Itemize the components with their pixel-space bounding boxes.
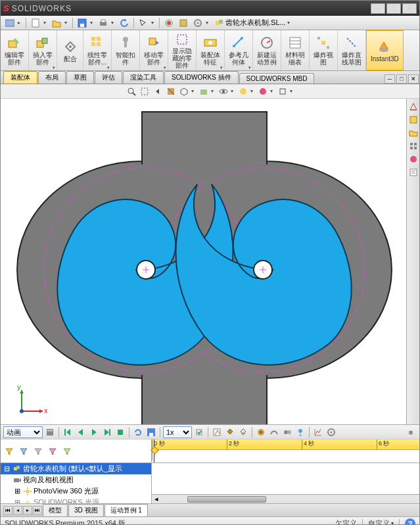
viewport-3d[interactable]: x y (1, 99, 406, 424)
rib-linear-pattern[interactable]: 线性零部件...▾ (83, 30, 112, 70)
plus-icon[interactable]: ⊞ (12, 499, 22, 504)
dropdown-icon[interactable]: ▾ (391, 520, 394, 525)
playhead[interactable] (152, 439, 158, 463)
speed-select[interactable]: 1x (163, 426, 192, 438)
dropdown-icon[interactable]: ▾ (90, 20, 95, 26)
rail-resources-icon[interactable] (408, 101, 419, 112)
tab-addins[interactable]: SOLIDWORKS 插件 (164, 71, 239, 84)
doc-min[interactable]: ─ (385, 74, 395, 84)
rail-design-library-icon[interactable] (408, 114, 419, 125)
go-icon[interactable] (193, 426, 205, 438)
rib-move-component[interactable]: 移动零部件▾ (140, 30, 168, 70)
rib-reference-geom[interactable]: 参考几何体▾ (225, 30, 253, 70)
loop-icon[interactable] (132, 426, 144, 438)
zoom-fit-icon[interactable] (126, 86, 137, 97)
play-fwd-icon[interactable] (101, 426, 113, 438)
tab-model[interactable]: 模型 (43, 504, 68, 517)
tab-motion-study-1[interactable]: 运动算例 1 (105, 504, 148, 517)
tab-3dview[interactable]: 3D 视图 (68, 504, 104, 517)
results-icon[interactable] (312, 426, 324, 438)
rail-appearances-icon[interactable] (408, 154, 419, 164)
rib-insert-component[interactable]: 插入零部件▾ (29, 30, 57, 70)
view-orient-icon[interactable] (178, 86, 190, 97)
filter-results-icon[interactable] (61, 445, 73, 457)
rib-instant3d[interactable]: Instant3D (366, 30, 404, 70)
tab-mbd[interactable]: SOLIDWORKS MBD (239, 73, 315, 84)
spring-icon[interactable] (268, 426, 280, 438)
tab-evaluate[interactable]: 评估 (95, 71, 122, 84)
status-custom[interactable]: 自定义 (368, 518, 390, 525)
rail-custom-props-icon[interactable] (408, 167, 419, 178)
zoom-area-icon[interactable] (139, 86, 151, 97)
rebuild-icon[interactable] (162, 17, 175, 29)
dropdown-icon[interactable]: ▾ (43, 20, 49, 26)
rib-new-motion-study[interactable]: 新建运动算例 (253, 30, 281, 70)
motor-icon[interactable] (255, 426, 267, 438)
rib-show-hidden[interactable]: 显示隐藏的零部件 (168, 30, 197, 70)
print-icon[interactable] (97, 17, 110, 29)
window-close[interactable]: ✕ (402, 3, 417, 14)
save-anim-icon[interactable] (145, 426, 157, 438)
tree-track-area[interactable]: ◂ (152, 463, 419, 503)
tab-sketch[interactable]: 草图 (66, 71, 94, 84)
dropdown-icon[interactable]: ▾ (191, 88, 197, 94)
doc-max[interactable]: □ (396, 74, 407, 84)
collapse-icon[interactable]: ≡ (405, 426, 417, 438)
tree-pv360-lights[interactable]: ⊞ PhotoView 360 光源 (1, 486, 151, 497)
addkey-icon[interactable]: + (237, 426, 249, 438)
plus-icon[interactable]: ⊞ (12, 488, 22, 495)
dropdown-icon[interactable]: ▾ (111, 20, 116, 26)
dropdown-icon[interactable]: ▾ (151, 20, 156, 26)
rib-edit-component[interactable]: 编辑零部件 (1, 30, 29, 70)
open-icon[interactable] (50, 17, 63, 29)
rib-explode-view[interactable]: 爆炸视图 (310, 30, 338, 70)
rib-explode-line-sketch[interactable]: 爆炸直线草图 (338, 30, 366, 70)
stop-icon[interactable] (114, 426, 126, 438)
time-track[interactable] (152, 450, 419, 462)
section-view-icon[interactable] (165, 86, 177, 97)
display-style-icon[interactable] (198, 86, 210, 97)
menu-flyout-icon[interactable] (3, 17, 16, 29)
rib-assembly-feature[interactable]: 装配体特征▾ (197, 30, 225, 70)
tabs-next[interactable]: ▸ (23, 506, 32, 515)
dropdown-icon[interactable]: ▾ (206, 20, 211, 26)
document-selector[interactable]: 齿轮水表机制.SL... ▾ (215, 18, 292, 28)
dropdown-icon[interactable]: ▾ (211, 88, 216, 94)
motion-tree[interactable]: ⊟ 齿轮水表机制 (默认<默认_显示 视向及相机视图 ⊞ PhotoView 3… (1, 463, 152, 503)
graphics-area[interactable]: x y (1, 99, 419, 424)
tree-orientation[interactable]: 视向及相机视图 (1, 474, 151, 486)
scrollbar-thumb[interactable] (187, 496, 266, 503)
time-ruler[interactable]: 0 秒 2 秒 4 秒 6 秒 (152, 439, 419, 450)
tabs-next-all[interactable]: ⏭ (33, 506, 42, 515)
play-start-icon[interactable] (62, 426, 74, 438)
contact-icon[interactable] (281, 426, 293, 438)
tabs-prev[interactable]: ◂ (13, 506, 22, 515)
horizontal-scrollbar[interactable]: ◂ (152, 494, 419, 503)
options-icon[interactable] (177, 17, 190, 29)
filter-anim-icon[interactable] (18, 445, 30, 457)
rib-smart-fastener[interactable]: 智能扣件 (112, 30, 140, 70)
tree-root[interactable]: ⊟ 齿轮水表机制 (默认<默认_显示 (1, 463, 151, 474)
tab-layout[interactable]: 布局 (38, 71, 66, 84)
save-icon[interactable] (76, 17, 89, 29)
view-settings-icon[interactable] (277, 86, 289, 97)
doc-close[interactable]: ✕ (408, 74, 419, 84)
tree-sw-lights[interactable]: ⊞ SOLIDWORKS 光源 (1, 497, 151, 503)
window-maximize[interactable]: □ (386, 3, 401, 14)
scene-icon[interactable] (237, 86, 249, 97)
prev-view-icon[interactable] (152, 86, 164, 97)
dropdown-icon[interactable]: ▾ (290, 88, 295, 94)
calc-icon[interactable] (44, 426, 56, 438)
rail-file-explorer-icon[interactable] (408, 128, 419, 138)
undo-icon[interactable] (118, 17, 131, 29)
timeline-track-area[interactable]: 0 秒 2 秒 4 秒 6 秒 (152, 439, 419, 463)
motion-type-select[interactable]: 动画 (3, 426, 43, 438)
new-icon[interactable] (29, 17, 42, 29)
play-icon[interactable] (88, 426, 100, 438)
motion-opts-icon[interactable] (325, 426, 337, 438)
anim-wizard-icon[interactable] (211, 426, 223, 438)
filter-sel-icon[interactable] (47, 445, 58, 457)
dropdown-icon[interactable]: ▾ (64, 20, 70, 26)
dropdown-icon[interactable]: ▾ (270, 88, 275, 94)
rib-mate[interactable]: 配合 (57, 30, 83, 70)
